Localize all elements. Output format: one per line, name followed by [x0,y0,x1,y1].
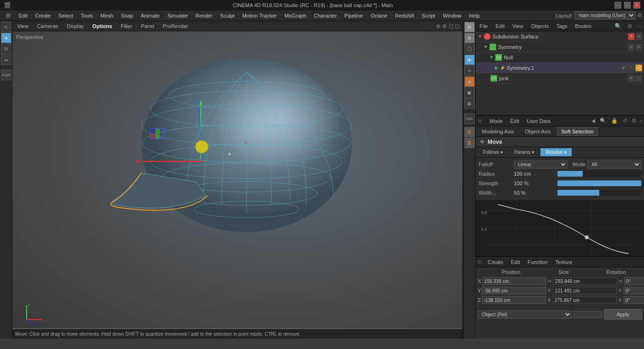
mode-dropdown[interactable]: All [587,160,641,169]
coords-z-pos[interactable] [482,296,546,304]
width-slider[interactable] [557,190,641,196]
menu-file[interactable]: ⊞ [2,11,15,20]
coords-y-size[interactable] [553,287,617,294]
coords-y-pos[interactable] [482,287,546,294]
attr-edit[interactable]: Edit [509,118,521,124]
om-tags[interactable]: Tags [555,23,569,29]
curve-editor[interactable]: 0.8 0.4 [476,200,644,257]
tool-select[interactable]: ↖ [1,22,11,32]
menu-create[interactable]: Create [31,12,55,19]
axis-tab-follows[interactable]: Follows ▾ [478,148,508,156]
tag-sym1-check[interactable]: ✓ [620,65,627,71]
vp-view[interactable]: View [15,23,30,29]
menu-octane[interactable]: Octane [367,12,391,19]
attr-userdata[interactable]: User Data [525,118,553,124]
attr-back-icon[interactable]: ◀ [591,118,595,124]
icon-psr[interactable]: PSR [464,113,475,124]
coords-x-pos[interactable] [482,277,546,285]
icon-cylinder1[interactable]: ▣ [464,87,475,98]
tag-sym1-pattern[interactable]: ⊞ [635,65,642,71]
bt-edit[interactable]: Edit [509,259,522,265]
tab-modeling-axis[interactable]: Modeling Axis [478,127,519,136]
menu-simulate[interactable]: Simulate [163,12,192,19]
tag-close[interactable]: × [635,33,642,40]
scene-view[interactable]: + + [12,31,462,328]
menu-select[interactable]: Select [55,12,77,19]
coords-z-rot[interactable] [624,296,644,304]
maximize-button[interactable]: □ [624,2,631,9]
attr-refresh-icon[interactable]: ↺ [623,118,627,124]
icon-cylinder2[interactable]: ▤ [464,98,475,109]
coords-y-rot[interactable] [624,287,644,294]
tag-junk-check[interactable]: ✓ [628,75,634,82]
tab-soft-selection[interactable]: Soft Selection [557,127,598,136]
icon-plus[interactable]: ✛ [464,55,475,65]
menu-tools[interactable]: Tools [77,12,97,19]
om-gear-icon[interactable]: ⚙ [627,23,633,29]
menu-motion-tracker[interactable]: Motion Tracker [239,12,281,19]
radius-slider[interactable] [557,171,641,177]
menu-help[interactable]: Help [465,12,484,19]
menu-redshift[interactable]: Redshift [391,12,418,19]
coords-z-size[interactable] [553,296,617,304]
vp-panel[interactable]: Panel [139,23,156,29]
axis-tab-resolve[interactable]: Resolve ▾ [540,148,572,156]
tag-sym-check1[interactable]: ✓ [628,44,634,50]
icon-layers[interactable]: ≡ [464,66,475,76]
tab-object-axis[interactable]: Object Axis [520,127,555,136]
tag-x[interactable]: ✕ [628,33,634,40]
obj-row-subdivision[interactable]: ▼ Subdivision Surface ✕ × [476,31,644,42]
om-search-icon[interactable]: 🔍 [615,23,622,29]
menu-character[interactable]: Character [310,12,340,19]
coords-x-size[interactable] [553,277,617,285]
tag-sym1-dots[interactable]: · [628,65,634,71]
menu-animate[interactable]: Animate [137,12,163,19]
icon-camera1[interactable]: ⊙ [464,22,475,32]
icon-s2[interactable]: S [464,138,475,148]
obj-row-null[interactable]: ▼ L0 Null [476,52,644,63]
falloff-dropdown[interactable]: Linear [514,160,567,169]
vp-options[interactable]: Options [90,23,114,29]
menu-window[interactable]: Window [439,12,465,19]
vp-filter[interactable]: Filter [119,23,134,29]
tag-sym-check2[interactable]: ✓ [635,44,642,50]
layout-select[interactable]: main modelling (User) [575,11,635,19]
icon-s1[interactable]: S [464,127,475,137]
om-file[interactable]: File [478,23,490,29]
tool-move[interactable]: ✛ [1,33,11,43]
om-edit[interactable]: Edit [494,23,507,29]
minimize-button[interactable]: ─ [615,2,621,9]
strength-slider[interactable] [557,180,641,186]
bt-texture[interactable]: Texture [553,259,574,265]
menu-script[interactable]: Script [418,12,439,19]
menu-render[interactable]: Render [192,12,216,19]
obj-row-junk[interactable]: L0 junk ✓ · [476,73,644,84]
tag-junk-dots[interactable]: · [635,75,642,82]
om-bookm[interactable]: Bookm [573,23,593,29]
bt-create[interactable]: Create [486,259,505,265]
obj-row-symmetry[interactable]: ▼ Symmetry ✓ ✓ [476,42,644,52]
tool-psr[interactable]: PSR [1,70,11,80]
menu-pipeline[interactable]: Pipeline [341,12,367,19]
object-rel-dropdown[interactable]: Object (Rel) [478,311,572,319]
apply-button[interactable]: Apply [604,309,642,320]
icon-camera2[interactable]: ⊙ [464,33,475,43]
vp-display[interactable]: Display [65,23,86,29]
size-input[interactable] [574,311,602,318]
menu-sculpt[interactable]: Sculpt [216,12,239,19]
tool-scale[interactable]: ⇔ [1,55,11,65]
vp-prorender[interactable]: ProRender [161,23,190,29]
om-view[interactable]: View [510,23,526,29]
menu-snap[interactable]: Snap [117,12,137,19]
layout-icons[interactable]: ⚙ [637,12,642,19]
coords-x-rot[interactable] [624,277,644,285]
attr-search-icon[interactable]: 🔍 [600,118,606,124]
icon-orange[interactable]: ◉ [464,76,475,87]
axis-tab-params[interactable]: Params ▾ [509,148,539,156]
menu-edit[interactable]: Edit [15,12,31,19]
attr-scrollright-icon[interactable]: › [640,118,642,124]
viewport[interactable]: View Cameras Display Options Filter Pane… [12,21,463,339]
menu-mograph[interactable]: MoGraph [280,12,310,19]
attr-gear-icon[interactable]: ⚙ [632,118,636,124]
attr-lock-icon[interactable]: 🔒 [611,118,618,124]
